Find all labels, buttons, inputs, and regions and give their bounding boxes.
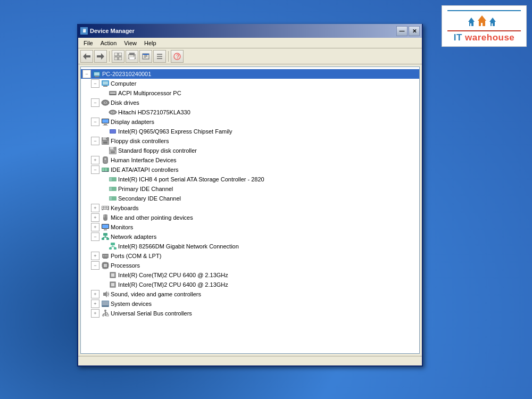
tree-node-floppy[interactable]: − Floppy disk controllers [81,136,419,146]
expander-floppy[interactable]: − [91,137,99,145]
tree-node-mice[interactable]: + Mice and other pointing devices [81,213,419,222]
svg-rect-49 [110,130,115,133]
node-label-floppy: Floppy disk controllers [111,138,169,144]
toolbar-btn-grid[interactable] [112,50,124,63]
node-label-intel-net: Intel(R) 82566DM Gigabit Network Connect… [118,243,239,250]
tree-node-network[interactable]: − Network adapters [81,232,419,242]
svg-rect-109 [104,264,107,267]
expander-system[interactable]: + [91,300,99,308]
toolbar-btn-properties[interactable] [139,50,152,63]
svg-rect-81 [105,208,106,209]
svg-rect-36 [110,92,115,94]
expander-ports[interactable]: + [91,252,99,260]
minimize-button[interactable]: — [396,26,408,36]
tree-node-system[interactable]: + System devices [81,299,419,309]
svg-rect-89 [102,225,109,228]
menu-view[interactable]: View [121,39,140,47]
toolbar-btn-print[interactable] [126,50,138,63]
svg-rect-52 [106,138,107,139]
svg-rect-65 [102,168,104,171]
node-label-disk: Disk drives [111,99,139,106]
node-label-sound: Sound, video and game controllers [111,291,201,297]
expander-display[interactable]: − [91,118,99,126]
expander-computer[interactable]: − [91,79,99,88]
svg-rect-79 [102,208,103,209]
tree-node-hitachi[interactable]: Hitachi HDS721075KLA330 [81,107,419,117]
device-manager-window: 🖥 Device Manager — ✕ File Action View He… [77,24,423,367]
expander-network[interactable]: − [91,232,99,241]
logo-it: IT [454,32,465,43]
expander-sound[interactable]: + [91,290,99,298]
expander-processors[interactable]: − [91,261,99,270]
svg-marker-10 [97,53,104,60]
forward-button[interactable] [94,50,107,63]
tree-node-monitors[interactable]: + Monitors [81,222,419,232]
svg-point-106 [106,255,107,256]
tree-node-disk[interactable]: − Disk drives [81,98,419,107]
icon-intel-net [109,242,117,251]
tree-node-primary-ide[interactable]: Primary IDE Channel [81,184,419,194]
toolbar: ? [78,48,422,64]
tree-node-secondary-ide[interactable]: Secondary IDE Channel [81,194,419,203]
menu-action[interactable]: Action [97,39,120,47]
svg-rect-119 [104,268,104,269]
expander-disk[interactable]: − [91,98,99,107]
svg-rect-80 [104,208,105,209]
svg-rect-47 [103,125,108,126]
toolbar-btn-list[interactable] [153,50,166,63]
expander-usb[interactable]: + [91,309,99,318]
svg-point-105 [105,255,106,256]
tree-node-sound[interactable]: + Sound, video and game controllers [81,289,419,299]
icon-processors [101,261,110,270]
expander-ide[interactable]: − [91,165,99,174]
svg-rect-125 [111,283,114,286]
tree-node-root[interactable]: − PC-202310240001 [81,69,419,79]
svg-rect-2 [470,23,471,26]
svg-rect-137 [106,314,109,316]
tree-node-cpu2[interactable]: Intel(R) Core(TM)2 CPU 6400 @ 2.13GHz [81,280,419,289]
icon-hitachi [109,108,117,117]
tree-node-computer[interactable]: − Computer [81,79,419,88]
expander-monitors[interactable]: + [91,223,99,231]
svg-rect-78 [107,206,108,207]
tree-node-ports[interactable]: + Ports (COM & LPT) [81,251,419,261]
window-icon: 🖥 [80,27,88,35]
tree-node-intel-net[interactable]: Intel(R) 82566DM Gigabit Network Connect… [81,242,419,251]
svg-rect-120 [105,268,105,269]
svg-rect-63 [104,162,107,162]
logo-houses [447,12,521,29]
back-button[interactable] [80,50,93,63]
svg-rect-112 [102,266,103,267]
tree-node-cpu1[interactable]: Intel(R) Core(TM)2 CPU 6400 @ 2.13GHz [81,270,419,280]
menu-file[interactable]: File [80,39,96,47]
tree-node-hid[interactable]: + Human Interface Devices [81,155,419,165]
expander-mice[interactable]: + [91,213,99,222]
svg-point-61 [104,158,106,160]
tree-node-processors[interactable]: − Proces [81,261,419,270]
spacer-primary-ide [99,185,107,193]
device-tree[interactable]: − PC-202310240001 − Computer [80,66,420,354]
tree-node-ide[interactable]: − IDE ATA/ATAPI controllers [81,165,419,174]
tree-node-usb[interactable]: + Universal Serial Bus controllers [81,309,419,318]
tree-node-ich8[interactable]: Intel(R) ICH8 4 port Serial ATA Storage … [81,174,419,184]
close-button[interactable]: ✕ [409,26,420,36]
node-label-cpu1: Intel(R) Core(TM)2 CPU 6400 @ 2.13GHz [118,272,228,278]
icon-intel-display [109,127,117,136]
tree-node-std-floppy[interactable]: Standard floppy disk controller [81,146,419,155]
svg-rect-118 [106,262,106,263]
logo-text: IT warehouse [447,32,521,43]
icon-floppy [101,137,110,145]
tree-node-intel-display[interactable]: Intel(R) Q965/Q963 Express Chipset Famil… [81,127,419,136]
svg-rect-91 [103,233,107,236]
expander-keyboards[interactable]: + [91,204,99,212]
tree-node-acpi[interactable]: ACPI Multiprocessor PC [81,88,419,98]
menu-help[interactable]: Help [141,39,160,47]
svg-rect-82 [107,208,108,209]
tree-node-keyboards[interactable]: + Keyboards [81,203,419,213]
svg-marker-126 [103,291,107,297]
tree-node-display[interactable]: − Display adapters [81,117,419,127]
node-label-display: Display adapters [111,119,154,125]
expander-root[interactable]: − [82,70,91,78]
toolbar-btn-help[interactable]: ? [171,50,184,63]
expander-hid[interactable]: + [91,156,99,164]
